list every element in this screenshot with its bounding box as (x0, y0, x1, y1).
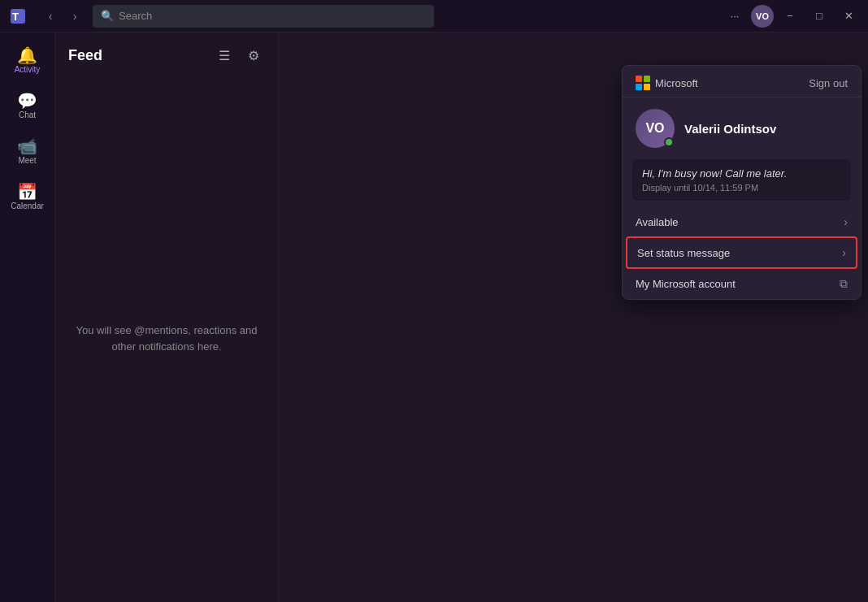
feed-panel: Feed ☰ ⚙ You will see @mentions, reactio… (55, 32, 279, 602)
meet-label: Meet (18, 156, 36, 165)
dropdown-header: Microsoft Sign out (623, 66, 861, 97)
external-link-icon: ⧉ (840, 277, 848, 291)
availability-label: Available (636, 216, 679, 228)
availability-menu-item[interactable]: Available › (623, 207, 861, 236)
status-display-until: Display until 10/14, 11:59 PM (642, 183, 841, 193)
title-bar-right: ··· VO − □ ✕ (722, 3, 861, 29)
feed-title: Feed (68, 47, 213, 64)
chevron-right-icon-2: › (842, 246, 846, 259)
sidebar-item-calendar[interactable]: 📅 Calendar (7, 175, 49, 218)
chat-label: Chat (19, 110, 36, 119)
activity-label: Activity (15, 65, 41, 74)
settings-button[interactable]: ⚙ (242, 44, 265, 67)
feed-empty-state: You will see @mentions, reactions and ot… (55, 75, 278, 602)
profile-section: VO Valerii Odintsov (623, 97, 861, 159)
forward-button[interactable]: › (63, 5, 86, 28)
profile-dropdown: Microsoft Sign out VO Valerii Odintsov H… (622, 65, 861, 300)
ms-cell-red (636, 76, 642, 82)
maximize-button[interactable]: □ (806, 3, 832, 29)
app-body: 🔔 Activity 💬 Chat 📹 Meet 📅 Calendar Feed… (0, 32, 868, 602)
profile-name: Valerii Odintsov (684, 122, 776, 136)
main-content: Microsoft Sign out VO Valerii Odintsov H… (279, 32, 868, 602)
sidebar-item-chat[interactable]: 💬 Chat (7, 84, 49, 127)
nav-buttons: ‹ › (39, 5, 86, 28)
chat-icon: 💬 (17, 93, 37, 109)
user-avatar-button[interactable]: VO (751, 5, 774, 28)
my-account-label: My Microsoft account (636, 278, 736, 290)
microsoft-label: Microsoft (655, 77, 698, 89)
ms-grid-icon (636, 76, 650, 90)
feed-header-icons: ☰ ⚙ (213, 44, 265, 67)
search-icon: 🔍 (101, 10, 114, 22)
minimize-button[interactable]: − (777, 3, 803, 29)
close-button[interactable]: ✕ (835, 3, 861, 29)
status-dot-available (664, 137, 674, 147)
microsoft-logo: Microsoft (636, 76, 698, 90)
ms-cell-yellow (644, 84, 650, 90)
avatar-initials: VO (645, 121, 664, 136)
calendar-label: Calendar (11, 201, 44, 210)
status-message-text: Hi, I'm busy now! Call me later. (642, 167, 841, 180)
meet-icon: 📹 (17, 138, 37, 154)
status-message-box: Hi, I'm busy now! Call me later. Display… (632, 159, 851, 201)
teams-logo: T (7, 5, 29, 28)
set-status-label: Set status message (637, 247, 730, 259)
back-button[interactable]: ‹ (39, 5, 62, 28)
more-options-button[interactable]: ··· (722, 3, 748, 29)
search-bar[interactable]: 🔍 Search (93, 5, 434, 28)
ms-cell-blue (636, 84, 642, 90)
filter-button[interactable]: ☰ (213, 44, 236, 67)
search-placeholder: Search (119, 10, 152, 22)
set-status-message-menu-item[interactable]: Set status message › (626, 236, 857, 269)
sidebar-item-meet[interactable]: 📹 Meet (7, 130, 49, 172)
sign-out-button[interactable]: Sign out (809, 77, 848, 89)
calendar-icon: 📅 (17, 184, 37, 200)
ms-cell-green (644, 76, 650, 82)
sidebar: 🔔 Activity 💬 Chat 📹 Meet 📅 Calendar (0, 32, 55, 602)
feed-empty-text: You will see @mentions, reactions and ot… (72, 323, 262, 354)
svg-text:T: T (12, 11, 19, 23)
feed-header: Feed ☰ ⚙ (55, 32, 278, 75)
my-account-menu-item[interactable]: My Microsoft account ⧉ (623, 269, 861, 299)
activity-icon: 🔔 (17, 47, 37, 63)
sidebar-item-activity[interactable]: 🔔 Activity (7, 39, 49, 81)
chevron-right-icon: › (844, 215, 848, 228)
title-bar: T ‹ › 🔍 Search ··· VO − □ ✕ (0, 0, 868, 32)
profile-avatar: VO (636, 109, 675, 148)
